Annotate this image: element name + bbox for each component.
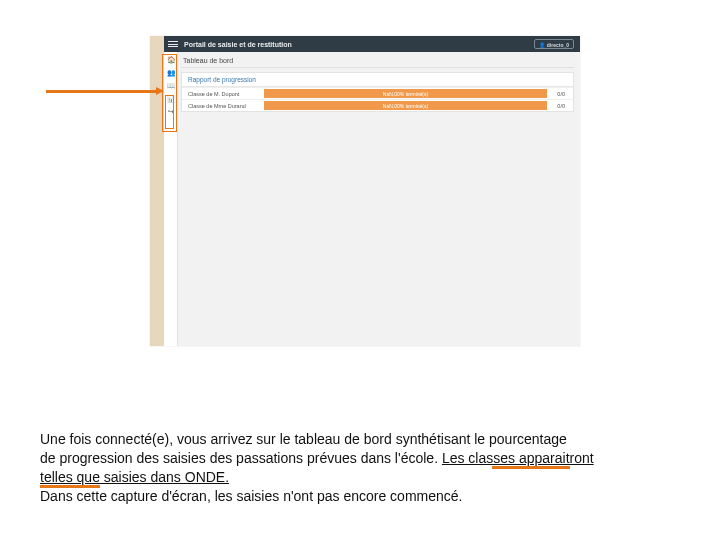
class-label: Classe de Mme Durand <box>182 103 264 109</box>
caption-underlined: Les classes apparaitront <box>442 450 594 466</box>
progress-bar: NaN,00% terminé(s) <box>264 89 547 98</box>
menu-icon[interactable] <box>168 39 178 49</box>
highlight-underline <box>492 466 570 469</box>
caption-line: Dans cette capture d'écran, les saisies … <box>40 488 462 504</box>
progress-count: 0/0 <box>547 91 573 97</box>
arrow-shaft <box>46 90 156 93</box>
annotation-rect-inner <box>165 95 174 129</box>
highlight-underline <box>40 485 100 488</box>
table-row: Classe de M. Dupont NaN,00% terminé(s) 0… <box>182 87 573 99</box>
progress-bar: NaN,00% terminé(s) <box>264 101 547 110</box>
panel-title: Rapport de progression <box>182 73 573 87</box>
app-screenshot: Portail de saisie et de restitution 👤dir… <box>150 36 580 346</box>
progress-label: NaN,00% terminé(s) <box>383 91 428 97</box>
annotation-arrow <box>46 87 164 95</box>
caption-line: de progression des saisies des passation… <box>40 450 442 466</box>
caption-line: Une fois connecté(e), vous arrivez sur l… <box>40 431 567 447</box>
user-label: directo_0 <box>547 42 569 48</box>
progress-count: 0/0 <box>547 103 573 109</box>
caption-underlined: telles que saisies dans ONDE. <box>40 469 229 485</box>
main-content: Tableau de bord Rapport de progression C… <box>178 52 580 346</box>
class-label: Classe de M. Dupont <box>182 91 264 97</box>
user-menu[interactable]: 👤directo_0 <box>534 39 574 49</box>
app-header: Portail de saisie et de restitution 👤dir… <box>164 36 580 52</box>
app-body: 🏠 👥 📖 📊 ↪ Tableau de bord Rapport de pro… <box>164 52 580 346</box>
app-title: Portail de saisie et de restitution <box>184 41 292 48</box>
page-title: Tableau de bord <box>181 55 574 68</box>
progress-panel: Rapport de progression Classe de M. Dupo… <box>181 72 574 112</box>
arrow-head-icon <box>156 87 164 95</box>
table-row: Classe de Mme Durand NaN,00% terminé(s) … <box>182 99 573 111</box>
progress-label: NaN,00% terminé(s) <box>383 103 428 109</box>
caption-text: Une fois connecté(e), vous arrivez sur l… <box>40 430 680 506</box>
user-icon: 👤 <box>539 42 545 48</box>
